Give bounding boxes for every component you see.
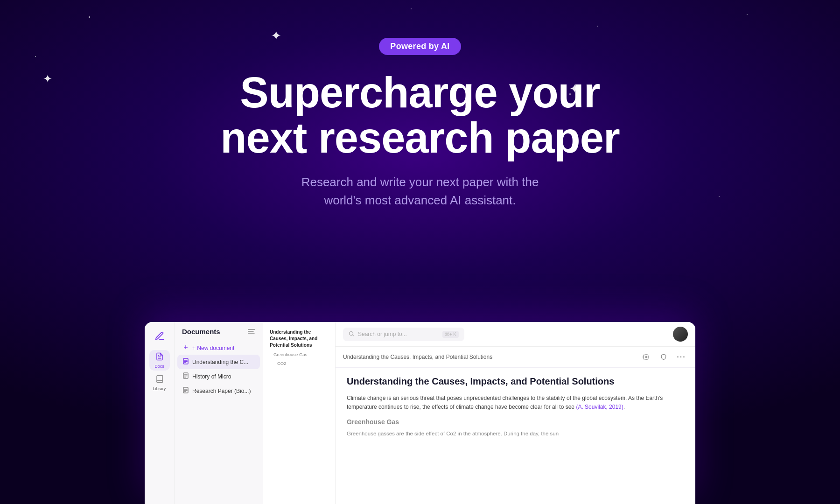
new-doc-icon [183, 344, 189, 351]
doc-item-research[interactable]: Research Paper (Bio...) [177, 384, 260, 398]
docs-icon [155, 352, 164, 363]
docs-panel-header: Documents [175, 328, 263, 341]
search-placeholder: Search or jump to... [358, 331, 439, 337]
topbar: Search or jump to... ⌘+ K [336, 322, 695, 347]
library-icon [155, 375, 164, 385]
breadcrumb-actions: ··· [639, 350, 688, 364]
search-shortcut: ⌘+ K [442, 331, 459, 338]
search-bar[interactable]: Search or jump to... ⌘+ K [343, 328, 464, 341]
document-title: Understanding the Causes, Impacts, and P… [347, 375, 684, 387]
more-options-icon[interactable]: ··· [675, 350, 688, 364]
settings-icon[interactable] [639, 350, 652, 364]
documents-panel: Documents + New document [175, 322, 263, 504]
outline-item-greenhouse: Greenhouse Gas [268, 350, 330, 359]
shield-icon[interactable] [657, 350, 670, 364]
doc-item-understanding[interactable]: Understanding the C... [177, 355, 260, 369]
document-body-paragraph: Climate change is an serious threat that… [347, 394, 684, 412]
new-document-label: + New document [192, 345, 234, 351]
sidebar-item-docs[interactable]: Docs [149, 350, 170, 371]
sidebar-icons: Docs Library [145, 322, 175, 504]
sparkle-icon: ✦ [43, 72, 52, 85]
new-document-item[interactable]: + New document [177, 341, 260, 355]
hero-title-line1: Supercharge your [240, 69, 600, 116]
user-avatar[interactable] [673, 327, 688, 342]
docs-menu-icon[interactable] [248, 328, 255, 336]
sparkle-icon: ✦ [569, 82, 580, 96]
section-title: Greenhouse Gas [347, 418, 684, 426]
doc-file-icon-3 [183, 387, 189, 395]
main-content: Search or jump to... ⌘+ K Understanding … [336, 322, 695, 504]
topbar-right [673, 327, 688, 342]
hero-title: Supercharge your next research paper [220, 70, 619, 160]
outline-panel: Understanding the Causes, Impacts, and P… [263, 322, 336, 504]
outline-item-main: Understanding the Causes, Impacts, and P… [268, 328, 330, 350]
docs-panel-title: Documents [182, 328, 220, 336]
citation-link[interactable]: (A. Souvilak, 2019) [576, 404, 623, 410]
library-label: Library [153, 386, 166, 391]
search-icon [349, 331, 354, 338]
svg-line-20 [352, 335, 353, 336]
section-body: Greenhouse gasses are the side effect of… [347, 429, 684, 438]
docs-label: Docs [154, 364, 164, 369]
breadcrumb: Understanding the Causes, Impacts, and P… [336, 347, 695, 368]
document-content: Understanding the Causes, Impacts, and P… [336, 368, 695, 504]
breadcrumb-text: Understanding the Causes, Impacts, and P… [343, 354, 492, 360]
svg-point-21 [645, 356, 647, 358]
doc-file-icon-2 [183, 372, 189, 380]
hero-title-line2: next research paper [220, 114, 619, 161]
doc-name-research: Research Paper (Bio...) [192, 388, 251, 394]
powered-badge: Powered by AI [379, 38, 461, 55]
outline-item-co2: CO2 [268, 359, 330, 368]
sparkle-icon: ✦ [271, 28, 281, 43]
pen-icon [153, 329, 166, 343]
app-window: Docs Library Documents [145, 322, 695, 504]
doc-item-history[interactable]: History of Micro [177, 369, 260, 384]
doc-name-history: History of Micro [192, 373, 231, 380]
hero-subtitle: Research and write your next paper with … [301, 173, 539, 210]
doc-name-understanding: Understanding the C... [192, 359, 248, 365]
sidebar-item-library[interactable]: Library [149, 372, 170, 393]
doc-file-icon [183, 358, 189, 366]
hero-section: Powered by AI Supercharge your next rese… [0, 0, 840, 247]
body-end: . [623, 404, 625, 410]
